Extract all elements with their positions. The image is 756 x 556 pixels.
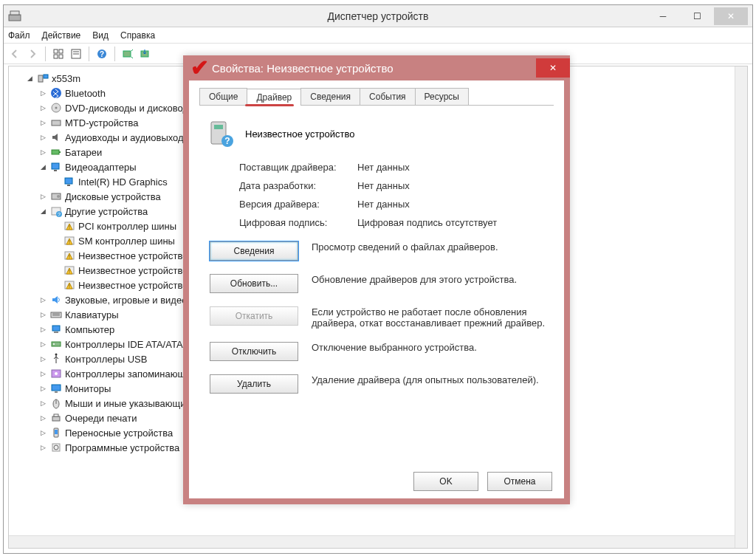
disable-button[interactable]: Отключить [210, 342, 298, 361]
menu-action[interactable]: Действие [42, 30, 81, 41]
expand-icon[interactable]: ▷ [38, 443, 47, 452]
menu-file[interactable]: Файл [8, 30, 30, 41]
uninstall-button[interactable]: Удалить [210, 374, 298, 394]
dvd-icon [50, 102, 62, 114]
expand-icon[interactable]: ▷ [38, 89, 47, 97]
other-icon: ? [50, 205, 62, 217]
dialog-close-button[interactable]: ✕ [536, 58, 570, 78]
expand-icon[interactable]: ▷ [38, 399, 47, 408]
tab-driver[interactable]: Драйвер [247, 89, 301, 106]
back-button[interactable] [7, 46, 23, 62]
svg-rect-61 [214, 125, 223, 129]
tree-item-label: Аудиовходы и аудиовыходы [65, 132, 190, 143]
svg-rect-22 [54, 170, 57, 171]
svg-rect-50 [52, 385, 61, 391]
scan-button[interactable] [120, 46, 136, 62]
disable-desc: Отключение выбранного устройства. [312, 342, 554, 353]
rollback-button[interactable]: Откатить [210, 306, 298, 326]
svg-rect-3 [59, 49, 63, 53]
ok-button[interactable]: OK [413, 472, 478, 491]
svg-text:!: ! [69, 239, 70, 244]
svg-rect-20 [59, 151, 61, 153]
details-button[interactable]: Сведения [210, 241, 298, 261]
svg-rect-24 [67, 185, 70, 186]
svg-rect-13 [38, 75, 43, 82]
expand-icon[interactable]: ▷ [38, 295, 47, 304]
tab-details[interactable]: Сведения [300, 88, 360, 105]
svg-text:!: ! [69, 254, 70, 259]
portable-icon [50, 427, 62, 439]
tree-item-label: Intel(R) HD Graphics [78, 176, 168, 188]
svg-rect-4 [54, 55, 58, 58]
update-driver-button[interactable] [137, 46, 154, 62]
version-value: Нет данных [357, 199, 410, 210]
svg-rect-2 [54, 49, 58, 53]
expand-icon[interactable]: ▷ [38, 428, 47, 437]
expand-icon[interactable]: ▷ [38, 384, 47, 393]
svg-point-47 [55, 354, 58, 356]
svg-point-49 [55, 372, 58, 375]
tab-general[interactable]: Общие [199, 88, 247, 105]
help-button[interactable]: ? [94, 46, 110, 62]
tree-item-label: Неизвестное устройство [78, 265, 188, 276]
expand-icon[interactable]: ▷ [38, 148, 47, 157]
svg-text:?: ? [224, 136, 230, 146]
software-icon [50, 442, 62, 453]
tree-item-label: Компьютер [65, 324, 114, 335]
properties-dialog: ✔ Свойства: Неизвестное устройство ✕ Общ… [183, 55, 570, 504]
warn-icon: ! [63, 235, 75, 247]
tree-root-label: x553m [52, 73, 80, 84]
tree-item-label: Контроллеры IDE ATA/ATAPI [65, 339, 192, 350]
menu-view[interactable]: Вид [92, 30, 109, 41]
forward-button[interactable] [24, 46, 41, 62]
expand-icon[interactable]: ▷ [38, 118, 47, 127]
expand-icon[interactable]: ▷ [38, 369, 47, 378]
tree-item-label: Bluetooth [65, 88, 106, 99]
tree-item-label: Переносные устройства [65, 428, 173, 439]
expand-icon[interactable]: ▷ [38, 310, 47, 319]
expand-icon[interactable]: ▷ [38, 413, 47, 422]
dialog-body: Общие Драйвер Сведения События Ресурсы ?… [189, 80, 564, 498]
expand-icon[interactable]: ▷ [38, 325, 47, 334]
vertical-scrollbar[interactable] [735, 66, 747, 548]
video-icon [63, 176, 75, 188]
show-all-button[interactable] [50, 46, 66, 62]
cancel-button[interactable]: Отмена [487, 472, 552, 491]
mtd-icon [50, 117, 62, 128]
tab-events[interactable]: События [360, 88, 416, 105]
storage-icon [50, 368, 62, 380]
print-icon [50, 412, 62, 424]
svg-rect-18 [52, 120, 61, 126]
horizontal-scrollbar[interactable] [9, 535, 735, 548]
expand-icon[interactable]: ◢ [38, 207, 47, 216]
checkmark-annotation: ✔ [190, 61, 209, 75]
expand-icon[interactable]: ▷ [38, 133, 47, 142]
properties-button[interactable] [68, 46, 84, 62]
svg-rect-44 [54, 332, 58, 333]
menu-help[interactable]: Справка [120, 30, 155, 41]
tab-resources[interactable]: Ресурсы [415, 88, 469, 105]
tree-item-label: Батареи [65, 147, 102, 158]
expand-icon[interactable]: ◢ [38, 162, 47, 171]
update-button[interactable]: Обновить... [210, 274, 298, 293]
svg-rect-21 [52, 163, 59, 169]
signer-label: Цифровая подпись: [239, 217, 357, 228]
minimize-button[interactable]: ─ [646, 7, 680, 25]
dialog-titlebar: ✔ Свойства: Неизвестное устройство ✕ [183, 55, 570, 80]
maximize-button[interactable]: ☐ [680, 7, 714, 25]
signer-value: Цифровая подпись отсутствует [357, 217, 497, 228]
expand-icon[interactable]: ▷ [38, 103, 47, 112]
monitor-icon [50, 382, 62, 394]
expand-icon[interactable]: ▷ [38, 340, 47, 349]
rollback-desc: Если устройство не работает после обновл… [312, 306, 554, 329]
warn-icon: ! [63, 279, 75, 291]
svg-rect-23 [65, 178, 72, 184]
svg-rect-43 [52, 326, 60, 331]
expand-icon[interactable]: ▷ [38, 192, 47, 201]
close-button[interactable]: ✕ [714, 7, 748, 25]
svg-rect-45 [52, 342, 61, 346]
tab-strip: Общие Драйвер Сведения События Ресурсы [199, 88, 554, 106]
expand-icon[interactable]: ▷ [38, 354, 47, 363]
battery-icon [50, 146, 62, 158]
device-header: ? Неизвестное устройство [199, 114, 554, 162]
